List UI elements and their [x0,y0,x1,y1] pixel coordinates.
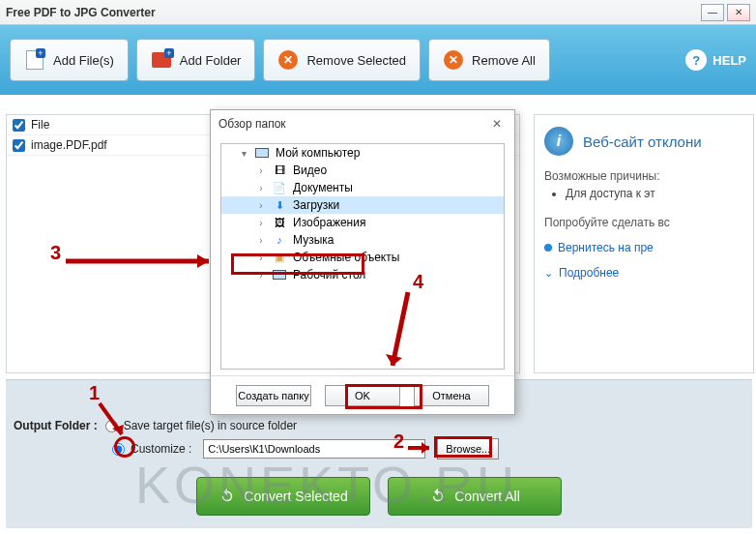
tree-label: Объемные объекты [293,251,399,264]
info-try-label: Попробуйте сделать вс [544,216,743,229]
dialog-titlebar: Обзор папок ✕ [211,110,514,137]
tree-node[interactable]: ›🖼Изображения [221,214,504,231]
dialog-title: Обзор папок [218,117,286,131]
info-panel: i Веб-сайт отклони Возможные причины: Дл… [534,114,754,373]
tree-label: Изображения [293,216,365,229]
window-title: Free PDF to JPG Converter [6,6,698,19]
add-file-label: Add File(s) [53,53,114,68]
add-file-button[interactable]: Add File(s) [10,39,129,81]
remove-all-button[interactable]: ✕ Remove All [428,39,550,81]
cancel-button[interactable]: Отмена [414,385,489,406]
tree-node[interactable]: ›▣Объемные объекты [221,249,504,266]
help-button[interactable]: ? HELP [685,49,746,71]
ok-label: OK [355,390,370,401]
convert-selected-label: Convert Selected [244,489,347,504]
customize-label: Customize : [131,442,191,456]
save-source-radio[interactable] [105,420,118,432]
save-source-label: Save target file(s) in source folder [124,419,297,432]
bullet-icon [544,244,552,252]
cancel-label: Отмена [432,390,470,401]
tree-label: Загрузки [293,198,339,212]
add-folder-icon [151,49,172,71]
remove-all-icon: ✕ [443,49,464,71]
info-more-text: Подробнее [559,266,619,280]
create-folder-label: Создать папку [238,390,308,401]
select-all-checkbox[interactable] [13,119,25,132]
minimize-button[interactable]: — [701,4,724,21]
refresh-icon [429,488,447,505]
ok-button[interactable]: OK [325,385,400,406]
info-try-link[interactable]: Вернитесь на пре [544,241,743,254]
remove-selected-button[interactable]: ✕ Remove Selected [263,39,421,81]
add-folder-label: Add Folder [180,53,242,68]
tree-node[interactable]: ›📄Документы [221,179,504,196]
file-name: image.PDF.pdf [31,138,107,152]
remove-selected-icon: ✕ [277,49,299,71]
convert-all-label: Convert All [454,489,520,504]
refresh-icon [218,488,236,505]
file-checkbox[interactable] [13,139,25,152]
titlebar: Free PDF to JPG Converter — ✕ [0,0,756,25]
dialog-button-row: Создать папку OK Отмена [211,375,514,414]
tree-root-label: Мой компьютер [276,146,360,160]
chevron-down-icon: ⌄ [544,267,553,280]
remove-selected-label: Remove Selected [306,53,406,68]
info-reason-1: Для доступа к эт [566,187,743,200]
info-reasons-label: Возможные причины: [544,169,743,183]
info-try-text: Вернитесь на пре [558,241,654,254]
output-path-input[interactable] [203,439,425,459]
help-icon: ? [685,49,707,71]
dialog-close-button[interactable]: ✕ [487,117,507,131]
info-more-link[interactable]: ⌄ Подробнее [544,266,743,280]
tree-node[interactable]: ›🎞Видео [221,162,504,179]
customize-radio[interactable] [112,443,125,456]
folder-tree[interactable]: ▾Мой компьютер ›🎞Видео ›📄Документы ›⬇Заг… [220,143,505,370]
close-button[interactable]: ✕ [727,4,750,21]
help-label: HELP [712,53,746,68]
browse-button[interactable]: Browse... [437,438,499,460]
tree-node-root[interactable]: ▾Мой компьютер [221,144,504,162]
folder-browse-dialog: Обзор папок ✕ ▾Мой компьютер ›🎞Видео ›📄Д… [210,109,515,415]
remove-all-label: Remove All [472,53,536,68]
tree-node-selected[interactable]: ›⬇Загрузки [221,196,504,214]
tree-label: Видео [293,163,327,177]
info-title: Веб-сайт отклони [583,134,702,150]
main-toolbar: Add File(s) Add Folder ✕ Remove Selected… [0,25,756,95]
output-folder-label: Output Folder : [14,419,98,432]
add-file-icon [24,49,45,71]
browse-label: Browse... [446,443,490,455]
tree-node[interactable]: ›♪Музыка [221,231,504,249]
file-header-label: File [31,118,49,132]
tree-label: Документы [293,181,353,194]
add-folder-button[interactable]: Add Folder [136,39,256,81]
tree-label: Рабочий стол [293,268,365,282]
convert-selected-button[interactable]: Convert Selected [196,477,370,516]
tree-label: Музыка [293,233,334,247]
create-folder-button[interactable]: Создать папку [236,385,311,406]
convert-all-button[interactable]: Convert All [388,477,562,516]
info-icon: i [544,127,573,156]
tree-node[interactable]: ›Рабочий стол [221,266,504,283]
